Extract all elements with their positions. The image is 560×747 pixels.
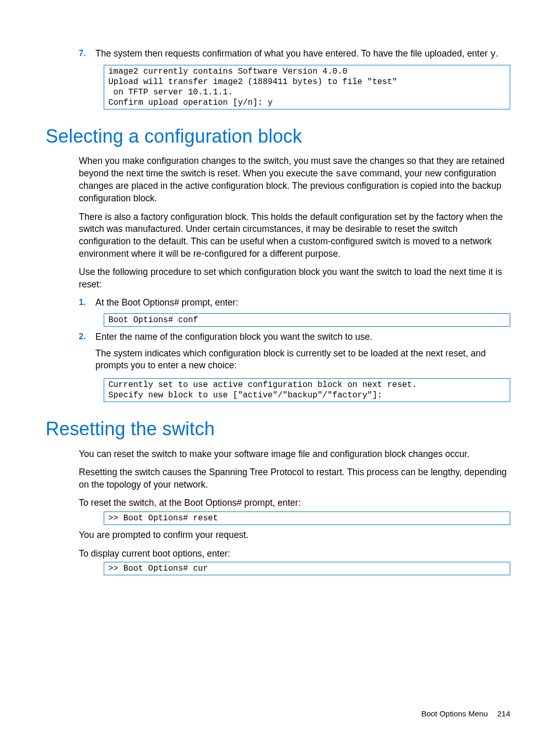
step-number: 2. bbox=[79, 331, 86, 342]
heading-selecting-config-block: Selecting a configuration block bbox=[46, 124, 510, 149]
step-text: Enter the name of the configuration bloc… bbox=[95, 331, 372, 342]
step-text-after: . bbox=[496, 48, 498, 59]
paragraph: You are prompted to confirm your request… bbox=[79, 529, 510, 542]
paragraph: There is also a factory configuration bl… bbox=[79, 211, 510, 260]
section2-body: You can reset the switch to make your so… bbox=[79, 448, 510, 510]
page-footer: Boot Options Menu 214 bbox=[421, 709, 510, 719]
section1-body: When you make configuration changes to t… bbox=[79, 155, 510, 290]
step-list-continuation: 7. The system then requests confirmation… bbox=[79, 48, 510, 61]
paragraph: To display current boot options, enter: bbox=[79, 548, 510, 560]
footer-section: Boot Options Menu bbox=[421, 709, 487, 718]
code-block-specify-block: Currently set to use active configuratio… bbox=[104, 378, 510, 402]
code-block-conf: Boot Options# conf bbox=[104, 313, 510, 327]
step-list-section1-cont: 2. Enter the name of the configuration b… bbox=[79, 331, 510, 372]
step-1: 1. At the Boot Options# prompt, enter: bbox=[79, 297, 510, 309]
step-text: At the Boot Options# prompt, enter: bbox=[95, 297, 238, 308]
step-2: 2. Enter the name of the configuration b… bbox=[79, 331, 510, 372]
heading-resetting-switch: Resetting the switch bbox=[46, 417, 510, 442]
step-7: 7. The system then requests confirmation… bbox=[79, 48, 510, 61]
footer-page-number: 214 bbox=[497, 709, 510, 718]
step-number: 1. bbox=[79, 297, 86, 308]
step-number: 7. bbox=[79, 48, 86, 59]
inline-code: y bbox=[490, 49, 496, 59]
paragraph: To reset the switch, at the Boot Options… bbox=[79, 497, 510, 509]
inline-code: save bbox=[335, 169, 357, 179]
step-sub-paragraph: The system indicates which configuration… bbox=[95, 348, 510, 372]
step-text-before: The system then requests confirmation of… bbox=[95, 48, 490, 59]
code-block-reset: >> Boot Options# reset bbox=[104, 511, 510, 525]
paragraph: You can reset the switch to make your so… bbox=[79, 448, 510, 461]
step-list-section1: 1. At the Boot Options# prompt, enter: bbox=[79, 297, 510, 309]
step-text: The system then requests confirmation of… bbox=[95, 48, 498, 59]
page: 7. The system then requests confirmation… bbox=[0, 0, 560, 747]
section2-body-cont: You are prompted to confirm your request… bbox=[79, 529, 510, 560]
paragraph: When you make configuration changes to t… bbox=[79, 155, 510, 205]
paragraph: Resetting the switch causes the Spanning… bbox=[79, 466, 510, 491]
paragraph: Use the following procedure to set which… bbox=[79, 266, 510, 290]
code-block-cur: >> Boot Options# cur bbox=[104, 562, 510, 575]
code-block-upload-confirm: image2 currently contains Software Versi… bbox=[104, 65, 510, 109]
